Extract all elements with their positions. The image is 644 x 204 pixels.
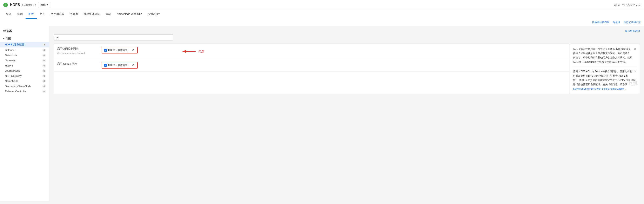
toolbar: 切换至经典布局 角色组 历史记录和回滚 [0,19,644,26]
main-layout: 筛选器 ▾ 范围 HDFS (服务范围) 2 Balancer 0 DataNo… [0,26,644,201]
scope-box-acl[interactable]: ✓ HDFS（服务范围） ↺ [102,47,138,54]
header: ✓ HDFS ( Cluster 1 ) 操作 ▾ 9月 2, 下午4点43分 … [0,0,644,10]
sidebar-item-label: NFS Gateway [5,74,22,77]
sidebar-item-label: SecondaryNameNode [5,85,31,88]
sidebar-count-gateway: 0 [42,59,46,62]
sidebar-item-datanode[interactable]: DataNode 0 [0,53,49,58]
external-link-icon: ↗ [140,13,142,15]
sidebar-section-scope[interactable]: ▾ 范围 [0,36,49,42]
history-link[interactable]: 历史记录和回滚 [624,21,641,24]
sidebar-item-hdfs[interactable]: HDFS (服务范围) 2 [0,42,49,48]
config-key-acl: dfs.namenode.acls.enabled [57,52,85,54]
sidebar-item-httpfs[interactable]: HttpFS 0 [0,63,49,68]
sidebar-item-journalnode[interactable]: JournalNode 0 [0,68,49,73]
scope-text-acl: HDFS（服务范围） [108,49,130,52]
scope-chevron-icon: ▾ [3,38,4,40]
annotation-area: 勾选 [179,47,212,56]
desc-after: 。 [624,87,627,90]
sidebar-title: 筛选器 [0,29,49,36]
sidebar-item-label: Failover Controller [5,90,27,93]
config-label-area-acl: 启用访问控制列表 dfs.namenode.acls.enabled [57,47,98,55]
desc-close-1[interactable]: ✕ [634,47,636,52]
sidebar-item-label: Balancer [5,49,16,52]
sidebar-count-namenode: 0 [42,80,46,83]
desc-close-2[interactable]: ✕ [634,69,636,74]
config-control-acl: ✓ HDFS（服务范围） ↺ [102,47,176,54]
config-table: 启用访问控制列表 dfs.namenode.acls.enabled ✓ HDF… [54,44,570,94]
nav-item-charts[interactable]: 图表库 [67,10,81,19]
show-all-desc-link[interactable]: 显示所有说明 [625,30,640,33]
config-row-sentry: 启用 Sentry 同步 ✓ HDFS（服务范围） ↺ [54,59,570,72]
sidebar-item-nfsgateway[interactable]: NFS Gateway 0 [0,73,49,78]
scope-section-label: 范围 [6,37,11,41]
ops-button[interactable]: 操作 ▾ [38,2,50,8]
sidebar-item-failover-controller[interactable]: Failover Controller 0 [0,89,49,94]
desc-text-2: 启用 HDFS ACL 与 Sentry 特权自动同步。启用此功能时必须启用"H… [573,70,636,86]
sidebar-item-balancer[interactable]: Balancer 0 [0,48,49,53]
sidebar-count-journalnode: 0 [42,69,46,72]
reset-btn-acl[interactable]: ↺ [131,48,135,52]
sidebar-item-namenode[interactable]: NameNode 0 [0,78,49,84]
cluster-badge: ( Cluster 1 ) [22,3,36,7]
header-left: ✓ HDFS ( Cluster 1 ) 操作 ▾ [3,2,50,8]
sidebar-count-failover-controller: 0 [42,90,46,93]
desc-link-sentry[interactable]: Synchronizing HDFS with Sentry Authoriza… [573,87,624,90]
switch-layout-link[interactable]: 切换至经典布局 [592,21,609,24]
sidebar-item-label: NameNode [5,80,18,83]
sidebar-count-hdfs: 2 [42,43,46,46]
nav-item-command[interactable]: 命令 [37,10,48,19]
config-label-sentry: 启用 Sentry 同步 [57,62,98,66]
sidebar-count-secondary-namenode: 0 [42,85,46,88]
arrow-svg [179,47,198,56]
role-group-link[interactable]: 角色组 [613,21,620,24]
nav-item-config[interactable]: 配置 [26,10,37,19]
sidebar-count-balancer: 0 [42,49,46,52]
sidebar-count-httpfs: 0 [42,64,46,67]
desc-text-1: ACL（访问控制列表）增强现有 HDFS 权限模型以支持用户和组的任意组合的控制… [573,48,632,63]
sidebar-item-gateway[interactable]: Gateway 0 [0,58,49,63]
config-row-acl: 启用访问控制列表 dfs.namenode.acls.enabled ✓ HDF… [54,44,570,59]
sidebar-count-datanode: 0 [42,54,46,57]
nav-item-instance[interactable]: 实例 [14,10,26,19]
config-label-area-sentry: 启用 Sentry 同步 [57,62,98,67]
content-area: 显示所有说明 启用访问控制列表 dfs.namenode.acls.enable… [50,26,644,201]
config-control-sentry: ✓ HDFS（服务范围） ↺ [102,62,176,69]
sidebar-item-label: Gateway [5,59,16,62]
checkbox-sentry[interactable]: ✓ [104,64,107,67]
reset-btn-sentry[interactable]: ↺ [131,63,135,67]
scope-text-sentry: HDFS（服务范围） [108,64,130,67]
config-content-wrapper: 启用访问控制列表 dfs.namenode.acls.enabled ✓ HDF… [54,44,640,94]
sidebar: 筛选器 ▾ 范围 HDFS (服务范围) 2 Balancer 0 DataNo… [0,26,50,201]
desc-block-1: ✕ ACL（访问控制列表）增强现有 HDFS 权限模型以支持用户和组的任意组合的… [573,47,636,67]
nav-item-namenode-webui[interactable]: NameNode Web UI ↗ [114,10,145,19]
nav-item-cache[interactable]: 缓存统计信息 [81,10,103,19]
nav-bar: 状态 实例 配置 命令 文件浏览器 图表库 缓存统计信息 审核 NameNode… [0,10,644,19]
sidebar-item-label: HttpFS [5,64,13,67]
sidebar-count-nfsgateway: 0 [42,75,46,77]
hdfs-logo-icon: ✓ [3,3,8,7]
sidebar-item-secondary-namenode[interactable]: SecondaryNameNode 0 [0,84,49,89]
sidebar-item-label: HDFS (服务范围) [5,43,26,47]
scope-box-sentry[interactable]: ✓ HDFS（服务范围） ↺ [102,62,138,69]
quicklinks-chevron-icon: ▾ [158,12,160,16]
app-title: HDFS [10,3,20,7]
config-search-input[interactable] [54,35,173,41]
config-label-acl: 启用访问控制列表 [57,47,98,51]
annotation-text: 勾选 [198,50,204,54]
nav-item-status[interactable]: 状态 [3,10,14,19]
checkbox-acl[interactable]: ✓ [104,49,107,52]
nav-item-filebrowser[interactable]: 文件浏览器 [48,10,67,19]
nav-item-audit[interactable]: 审核 [103,10,114,19]
header-time: 9月 2, 下午4点43分 UTC [614,3,641,7]
sidebar-item-label: JournalNode [5,69,20,72]
description-panel: ✕ ACL（访问控制列表）增强现有 HDFS 权限模型以支持用户和组的任意组合的… [570,44,640,94]
nav-item-quicklinks[interactable]: 快速链接 ▾ [145,10,163,19]
sidebar-item-label: DataNode [5,54,17,57]
desc-block-2: ✕ 启用 HDFS ACL 与 Sentry 特权自动同步。启用此功能时必须启用… [573,69,636,91]
